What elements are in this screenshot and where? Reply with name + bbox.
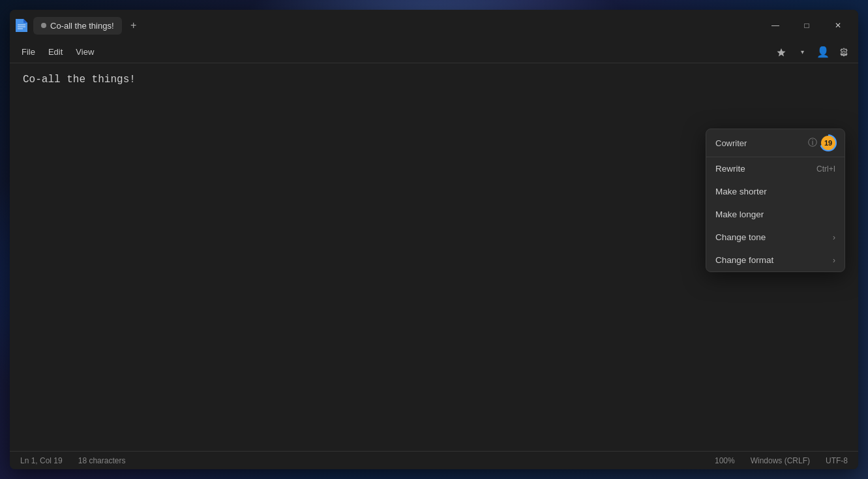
menubar: File Edit View ▾ 👤 bbox=[10, 41, 858, 63]
cowriter-header: Cowriter ⓘ 19 bbox=[706, 129, 845, 157]
menubar-right-actions: ▾ 👤 bbox=[772, 43, 853, 61]
settings-button[interactable] bbox=[835, 43, 853, 61]
menu-file[interactable]: File bbox=[15, 44, 42, 59]
close-button[interactable]: ✕ bbox=[823, 15, 853, 36]
tab-unsaved-dot bbox=[41, 23, 46, 28]
cowriter-change-format-label: Change format bbox=[715, 255, 773, 265]
statusbar-zoom[interactable]: 100% bbox=[715, 456, 735, 465]
svg-marker-0 bbox=[16, 19, 27, 32]
favorites-button[interactable] bbox=[772, 43, 790, 61]
active-tab[interactable]: Co-all the things! bbox=[33, 17, 122, 35]
titlebar-controls: — □ ✕ bbox=[760, 15, 853, 36]
cowriter-change-tone-label: Change tone bbox=[715, 232, 766, 242]
tab-label: Co-all the things! bbox=[50, 21, 114, 31]
statusbar-characters: 18 characters bbox=[78, 456, 126, 465]
cowriter-make-longer-label: Make longer bbox=[715, 209, 764, 219]
statusbar: Ln 1, Col 19 18 characters 100% Windows … bbox=[10, 451, 858, 469]
cowriter-progress-badge: 19 bbox=[821, 136, 835, 150]
cowriter-rewrite-shortcut: Ctrl+I bbox=[816, 164, 835, 174]
favorites-dropdown[interactable]: ▾ bbox=[793, 43, 811, 61]
menu-edit[interactable]: Edit bbox=[42, 44, 69, 59]
minimize-button[interactable]: — bbox=[760, 15, 790, 36]
statusbar-line-ending[interactable]: Windows (CRLF) bbox=[751, 456, 810, 465]
cowriter-make-shorter-label: Make shorter bbox=[715, 187, 767, 196]
statusbar-right: 100% Windows (CRLF) UTF-8 bbox=[715, 456, 848, 465]
cowriter-change-format-button[interactable]: Change format › bbox=[706, 249, 845, 271]
cowriter-info-icon[interactable]: ⓘ bbox=[808, 137, 817, 149]
cowriter-panel: Cowriter ⓘ 19 Rewrite Ctrl+I Make shorte… bbox=[706, 129, 845, 272]
notepad-window: Co-all the things! + — □ ✕ File Edit Vie… bbox=[10, 10, 858, 469]
editor-area: Co-all the things! Cowriter ⓘ 19 Rewrite… bbox=[10, 63, 858, 451]
cowriter-count: 19 bbox=[824, 139, 832, 147]
titlebar: Co-all the things! + — □ ✕ bbox=[10, 10, 858, 41]
cowriter-rewrite-label: Rewrite bbox=[715, 164, 745, 174]
maximize-button[interactable]: □ bbox=[792, 15, 822, 36]
cowriter-title: Cowriter bbox=[715, 138, 804, 148]
cowriter-change-tone-chevron: › bbox=[833, 233, 835, 242]
statusbar-encoding[interactable]: UTF-8 bbox=[826, 456, 848, 465]
svg-marker-1 bbox=[23, 19, 27, 23]
app-icon bbox=[15, 19, 28, 32]
cowriter-rewrite-button[interactable]: Rewrite Ctrl+I bbox=[706, 157, 845, 180]
svg-marker-5 bbox=[777, 48, 786, 57]
add-tab-button[interactable]: + bbox=[125, 16, 143, 35]
menu-view[interactable]: View bbox=[69, 44, 100, 59]
cowriter-make-shorter-button[interactable]: Make shorter bbox=[706, 180, 845, 203]
tab-area: Co-all the things! + bbox=[33, 16, 760, 35]
cowriter-make-longer-button[interactable]: Make longer bbox=[706, 203, 845, 226]
cowriter-change-format-chevron: › bbox=[833, 256, 835, 265]
account-button[interactable]: 👤 bbox=[814, 43, 832, 61]
cowriter-change-tone-button[interactable]: Change tone › bbox=[706, 226, 845, 249]
statusbar-position: Ln 1, Col 19 bbox=[20, 456, 63, 465]
